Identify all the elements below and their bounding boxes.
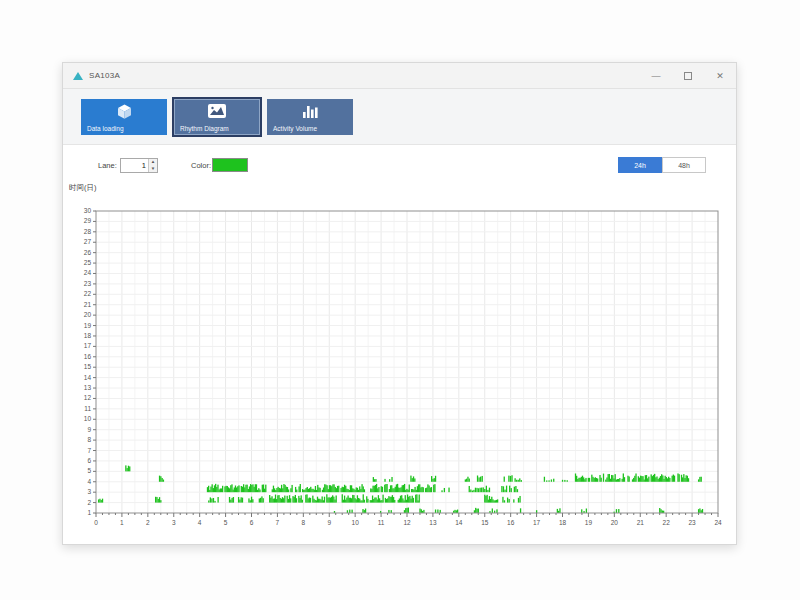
- svg-text:2: 2: [146, 519, 150, 526]
- svg-text:20: 20: [611, 519, 619, 526]
- svg-text:11: 11: [378, 519, 385, 526]
- app-window: SA103A — ✕ Data loading: [62, 62, 737, 545]
- maximize-icon: [684, 72, 692, 80]
- rhythm-chart: 0123456789101112131415161718192021222324…: [63, 203, 738, 538]
- range-48h-button[interactable]: 48h: [662, 157, 706, 173]
- maximize-button[interactable]: [672, 63, 704, 89]
- svg-text:5: 5: [87, 467, 91, 474]
- range-toggle: 24h 48h: [618, 157, 706, 173]
- svg-text:21: 21: [637, 519, 645, 526]
- svg-text:19: 19: [84, 322, 92, 329]
- app-logo-icon: [73, 72, 83, 80]
- svg-text:14: 14: [84, 374, 92, 381]
- svg-text:24: 24: [84, 269, 92, 276]
- toolbar: Data loading Rhythm Diagram: [63, 89, 736, 145]
- svg-text:7: 7: [276, 519, 280, 526]
- minimize-button[interactable]: —: [640, 63, 672, 89]
- svg-text:15: 15: [84, 363, 92, 370]
- controls-row: Lane: 1 ▲ ▼ Color: 24h 48h: [63, 153, 736, 183]
- area-chart-icon: [174, 102, 260, 121]
- svg-text:23: 23: [84, 280, 92, 287]
- svg-text:24: 24: [714, 519, 722, 526]
- activity-volume-button[interactable]: Activity Volume: [267, 99, 353, 135]
- window-title: SA103A: [89, 71, 120, 80]
- svg-text:10: 10: [84, 415, 92, 422]
- svg-text:13: 13: [429, 519, 437, 526]
- svg-text:0: 0: [94, 519, 98, 526]
- svg-text:11: 11: [84, 405, 91, 412]
- y-axis-title: 时间(日): [69, 183, 97, 193]
- svg-text:10: 10: [352, 519, 360, 526]
- svg-text:16: 16: [84, 353, 92, 360]
- svg-text:3: 3: [172, 519, 176, 526]
- svg-text:7: 7: [87, 447, 91, 454]
- toolbar-button-label: Rhythm Diagram: [180, 125, 229, 132]
- svg-text:6: 6: [250, 519, 254, 526]
- lane-label: Lane:: [98, 161, 117, 170]
- rhythm-chart-svg: 0123456789101112131415161718192021222324…: [63, 203, 738, 538]
- svg-text:14: 14: [455, 519, 463, 526]
- svg-text:8: 8: [302, 519, 306, 526]
- data-loading-button[interactable]: Data loading: [81, 99, 167, 135]
- svg-text:3: 3: [87, 488, 91, 495]
- color-swatch-button[interactable]: [212, 158, 248, 172]
- svg-text:19: 19: [585, 519, 593, 526]
- svg-text:17: 17: [533, 519, 541, 526]
- svg-text:21: 21: [84, 301, 92, 308]
- desktop: SA103A — ✕ Data loading: [0, 0, 800, 600]
- lane-stepper[interactable]: 1 ▲ ▼: [120, 158, 158, 173]
- svg-text:13: 13: [84, 384, 92, 391]
- bar-chart-icon: [267, 102, 353, 121]
- svg-text:27: 27: [84, 238, 92, 245]
- svg-text:25: 25: [84, 259, 92, 266]
- svg-text:1: 1: [120, 519, 124, 526]
- spin-down-icon[interactable]: ▼: [149, 166, 157, 173]
- svg-text:28: 28: [84, 228, 92, 235]
- svg-text:17: 17: [84, 342, 92, 349]
- svg-text:4: 4: [87, 478, 91, 485]
- cube-icon: [81, 102, 167, 121]
- range-24h-button[interactable]: 24h: [618, 157, 662, 173]
- svg-text:20: 20: [84, 311, 92, 318]
- svg-text:22: 22: [84, 290, 92, 297]
- svg-text:9: 9: [327, 519, 331, 526]
- svg-text:5: 5: [224, 519, 228, 526]
- rhythm-diagram-button[interactable]: Rhythm Diagram: [174, 99, 260, 135]
- svg-text:12: 12: [84, 394, 92, 401]
- svg-text:22: 22: [663, 519, 671, 526]
- svg-text:8: 8: [87, 436, 91, 443]
- svg-text:23: 23: [688, 519, 696, 526]
- svg-text:12: 12: [403, 519, 411, 526]
- close-button[interactable]: ✕: [704, 63, 736, 89]
- svg-text:9: 9: [87, 426, 91, 433]
- window-controls: — ✕: [640, 63, 736, 89]
- svg-text:30: 30: [84, 207, 92, 214]
- svg-text:18: 18: [559, 519, 567, 526]
- titlebar: SA103A — ✕: [63, 63, 736, 89]
- svg-text:16: 16: [507, 519, 515, 526]
- svg-text:4: 4: [198, 519, 202, 526]
- lane-spinner-arrows: ▲ ▼: [148, 159, 157, 172]
- svg-text:6: 6: [87, 457, 91, 464]
- svg-text:26: 26: [84, 249, 92, 256]
- toolbar-button-label: Data loading: [87, 125, 124, 132]
- svg-text:1: 1: [87, 509, 91, 516]
- color-label: Color:: [191, 161, 211, 170]
- svg-text:15: 15: [481, 519, 489, 526]
- lane-value[interactable]: 1: [121, 159, 148, 172]
- toolbar-button-label: Activity Volume: [273, 125, 317, 132]
- svg-text:29: 29: [84, 217, 92, 224]
- svg-text:18: 18: [84, 332, 92, 339]
- svg-text:2: 2: [87, 499, 91, 506]
